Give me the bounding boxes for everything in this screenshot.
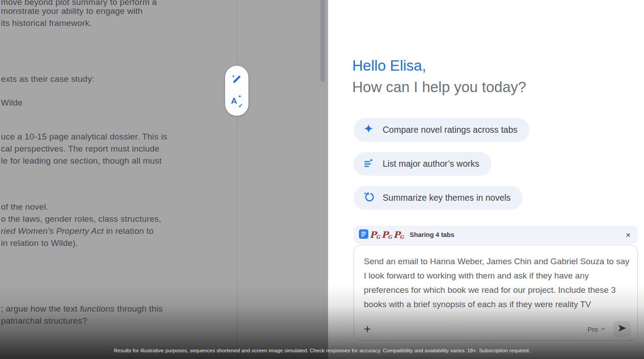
share-card: PG PG PG Sharing 4 tabs × Send an email …: [354, 226, 638, 341]
greeting-salutation: Hello Elisa,: [352, 56, 526, 75]
document-line: in relation to Wilde).: [1, 237, 78, 249]
suggestion-chips: Compare novel ratings across tabs List m…: [354, 118, 529, 210]
gemini-side-panel: Hello Elisa, How can I help you today? C…: [328, 0, 644, 359]
document-background: move beyond plot summary to perform a mo…: [0, 0, 328, 359]
add-attachment-button[interactable]: +: [364, 323, 371, 335]
prompt-input[interactable]: Send an email to Hanna Weber, James Chin…: [354, 245, 638, 341]
page-edge-divider: [237, 0, 238, 359]
google-docs-icon: [359, 229, 368, 241]
prompt-controls: + Pro: [364, 321, 631, 337]
project-gutenberg-icon: PG: [381, 230, 392, 239]
greeting-question: How can I help you today?: [352, 78, 526, 97]
document-line: Wilde: [1, 97, 23, 109]
chip-compare-ratings[interactable]: Compare novel ratings across tabs: [354, 118, 529, 142]
document-line: le for leading one section, though all m…: [1, 155, 162, 167]
document-line: o the laws, gender roles, class structur…: [1, 213, 161, 225]
document-line: its historical framework.: [1, 17, 92, 29]
document-line: uce a 10-15 page analytical dossier. Thi…: [1, 131, 167, 143]
document-line: of the novel.: [1, 201, 48, 213]
proofread-a-check-icon: A ✦ ✓: [230, 95, 243, 108]
chip-summarize-themes[interactable]: Summarize key themes in novels: [354, 186, 523, 210]
document-line: exts as their case study:: [1, 73, 94, 85]
gemini-spark-icon: [363, 123, 374, 137]
prompt-text[interactable]: Send an email to Hanna Weber, James Chin…: [364, 254, 631, 312]
proofread-button[interactable]: A ✦ ✓: [229, 94, 244, 109]
project-gutenberg-icon: PG: [370, 230, 380, 239]
chip-label: Compare novel ratings across tabs: [383, 125, 517, 135]
send-icon: [617, 323, 627, 335]
chip-label: Summarize key themes in novels: [383, 193, 511, 203]
close-icon[interactable]: ×: [626, 231, 631, 239]
document-line: ; argue how the text functions through t…: [1, 303, 162, 315]
document-scrollbar[interactable]: [320, 0, 325, 82]
pencil-sparkle-icon: [231, 73, 243, 87]
chip-list-works[interactable]: List major author’s works: [354, 152, 491, 176]
document-line: ried Women's Property Act in relation to: [1, 225, 154, 237]
project-gutenberg-icon: PG: [393, 230, 404, 239]
greeting: Hello Elisa, How can I help you today?: [352, 56, 526, 97]
summarize-loop-icon: [363, 191, 374, 205]
chip-label: List major author’s works: [383, 159, 479, 169]
document-line: patriarchal structures?: [1, 315, 87, 327]
document-line: cal perspectives. The report must includ…: [1, 143, 159, 155]
sharing-tabs-label: Sharing 4 tabs: [409, 231, 454, 238]
model-selector[interactable]: Pro: [588, 325, 606, 333]
tab-favicons: PG PG PG: [359, 229, 404, 241]
send-button[interactable]: [613, 321, 631, 337]
document-line: monstrate your ability to engage with: [1, 5, 143, 17]
chevron-down-icon: [600, 325, 606, 333]
model-label: Pro: [588, 325, 598, 333]
writing-tools-pill: A ✦ ✓: [225, 66, 248, 116]
screen: move beyond plot summary to perform a mo…: [0, 0, 644, 359]
sharing-tabs-bar: PG PG PG Sharing 4 tabs ×: [354, 226, 638, 244]
list-sparkle-icon: [363, 157, 374, 171]
help-me-write-button[interactable]: [229, 72, 244, 88]
